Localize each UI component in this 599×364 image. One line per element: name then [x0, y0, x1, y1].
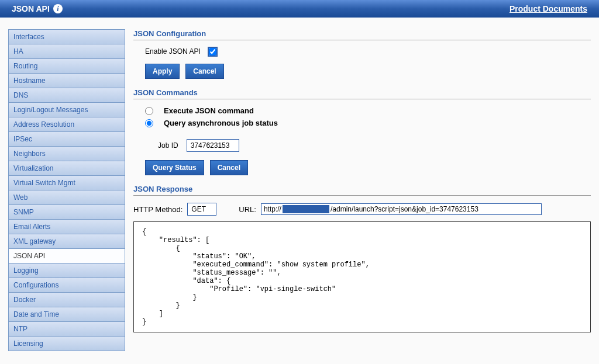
- url-input[interactable]: http:// /admin/launch?script=json&job_id…: [261, 203, 542, 215]
- sidebar-item-dns[interactable]: DNS: [8, 88, 125, 102]
- url-prefix: http://: [264, 205, 281, 213]
- url-host-redacted: [283, 205, 329, 213]
- sidebar-item-web[interactable]: Web: [8, 190, 125, 204]
- enable-json-label: Enable JSON API: [145, 47, 201, 56]
- sidebar-item-docker[interactable]: Docker: [8, 292, 125, 307]
- sidebar-item-ntp[interactable]: NTP: [8, 321, 125, 336]
- sidebar-item-json-api[interactable]: JSON API: [8, 248, 125, 263]
- jobid-row: Job ID: [133, 139, 591, 152]
- apply-button[interactable]: Apply: [145, 64, 180, 79]
- sidebar-item-address-resolution[interactable]: Address Resolution: [8, 117, 125, 131]
- sidebar-item-hostname[interactable]: Hostname: [8, 73, 125, 88]
- page-header: JSON API i Product Documents: [0, 0, 599, 18]
- sidebar-item-email-alerts[interactable]: Email Alerts: [8, 219, 125, 234]
- response-body[interactable]: { "results": [ { "status": "OK", "execut…: [133, 221, 591, 332]
- query-buttons: Query Status Cancel: [133, 160, 591, 175]
- product-documents-link[interactable]: Product Documents: [510, 4, 587, 13]
- section-json-commands: JSON Commands: [133, 88, 591, 99]
- cancel-query-button[interactable]: Cancel: [210, 160, 248, 175]
- url-label: URL:: [239, 205, 256, 214]
- sidebar: InterfacesHARoutingHostnameDNSLogin/Logo…: [8, 29, 125, 351]
- info-icon[interactable]: i: [53, 4, 63, 13]
- sidebar-item-neighbors[interactable]: Neighbors: [8, 146, 125, 161]
- sidebar-item-logging[interactable]: Logging: [8, 263, 125, 278]
- jobid-input[interactable]: [187, 139, 239, 152]
- sidebar-item-xml-gateway[interactable]: XML gateway: [8, 234, 125, 248]
- sidebar-item-virtualization[interactable]: Virtualization: [8, 161, 125, 175]
- radio-execute-row: Execute JSON command: [133, 106, 591, 115]
- page-title: JSON API i: [12, 4, 63, 13]
- section-json-config: JSON Configuration: [133, 29, 591, 40]
- sidebar-item-licensing[interactable]: Licensing: [8, 336, 125, 351]
- sidebar-item-configurations[interactable]: Configurations: [8, 278, 125, 292]
- url-suffix: /admin/launch?script=json&job_id=3747623…: [331, 205, 478, 213]
- jobid-label: Job ID: [158, 141, 178, 150]
- config-buttons: Apply Cancel: [133, 64, 591, 79]
- enable-json-checkbox[interactable]: [209, 48, 216, 56]
- main-content: JSON Configuration Enable JSON API Apply…: [133, 29, 591, 351]
- sidebar-item-date-and-time[interactable]: Date and Time: [8, 307, 125, 321]
- http-method-input[interactable]: [187, 203, 216, 216]
- main-layout: InterfacesHARoutingHostnameDNSLogin/Logo…: [0, 18, 599, 351]
- enable-json-row: Enable JSON API: [133, 47, 591, 56]
- sidebar-item-routing[interactable]: Routing: [8, 58, 125, 73]
- radio-query-label: Query asynchronous job status: [164, 119, 278, 127]
- radio-query[interactable]: [145, 119, 153, 127]
- sidebar-item-snmp[interactable]: SNMP: [8, 204, 125, 219]
- cancel-button[interactable]: Cancel: [185, 64, 223, 79]
- section-json-response: JSON Response: [133, 185, 591, 196]
- page-title-text: JSON API: [12, 4, 50, 13]
- query-status-button[interactable]: Query Status: [145, 160, 204, 175]
- sidebar-item-login-logout-messages[interactable]: Login/Logout Messages: [8, 102, 125, 117]
- sidebar-item-virtual-switch-mgmt[interactable]: Virtual Switch Mgmt: [8, 175, 125, 190]
- sidebar-item-interfaces[interactable]: Interfaces: [8, 29, 125, 44]
- response-meta-row: HTTP Method: URL: http:// /admin/launch?…: [133, 203, 591, 216]
- sidebar-item-ha[interactable]: HA: [8, 44, 125, 58]
- radio-execute-label: Execute JSON command: [164, 106, 254, 115]
- radio-execute[interactable]: [145, 107, 153, 115]
- sidebar-item-ipsec[interactable]: IPSec: [8, 131, 125, 146]
- radio-query-row: Query asynchronous job status: [133, 119, 591, 127]
- http-method-label: HTTP Method:: [133, 205, 183, 214]
